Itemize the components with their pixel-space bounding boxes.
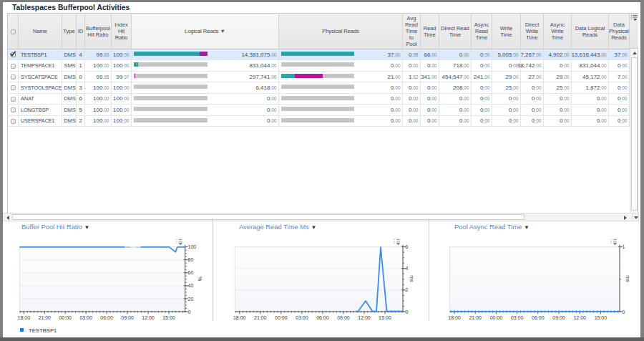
svg-text:20: 20 xyxy=(188,297,194,302)
svg-text:12:00: 12:00 xyxy=(358,315,371,320)
svg-text:21:00: 21:00 xyxy=(38,315,51,320)
svg-text:0: 0 xyxy=(188,309,191,314)
svg-text:ms: ms xyxy=(409,275,414,282)
svg-text:15:00: 15:00 xyxy=(595,315,608,320)
svg-text:06:00: 06:00 xyxy=(316,315,329,320)
svg-text:15:00: 15:00 xyxy=(162,315,175,320)
svg-text:100: 100 xyxy=(188,244,197,249)
svg-text:03:00: 03:00 xyxy=(511,315,524,320)
svg-text:6: 6 xyxy=(406,244,409,249)
svg-text:21:00: 21:00 xyxy=(469,315,482,320)
svg-text:03:00: 03:00 xyxy=(296,315,308,320)
svg-text:12:00: 12:00 xyxy=(142,315,155,320)
svg-text:09:00: 09:00 xyxy=(337,315,350,320)
svg-text:ms: ms xyxy=(625,275,630,282)
svg-text:03:00: 03:00 xyxy=(79,315,92,320)
svg-text:09:00: 09:00 xyxy=(552,315,565,320)
svg-text:4: 4 xyxy=(406,266,409,271)
svg-text:%: % xyxy=(197,277,203,281)
svg-text:18:00: 18:00 xyxy=(233,315,246,320)
svg-text:18:00: 18:00 xyxy=(448,315,461,320)
svg-text:00:00: 00:00 xyxy=(59,315,72,320)
svg-text:06:00: 06:00 xyxy=(100,315,113,320)
svg-text:18:00: 18:00 xyxy=(18,315,31,320)
svg-text:15:00: 15:00 xyxy=(379,315,391,320)
svg-text:1: 1 xyxy=(623,244,625,249)
svg-text:09:00: 09:00 xyxy=(121,315,134,320)
svg-text:60: 60 xyxy=(188,270,194,275)
svg-text:00:00: 00:00 xyxy=(275,315,288,320)
svg-text:2: 2 xyxy=(406,287,409,292)
svg-text:40: 40 xyxy=(188,283,194,288)
svg-text:0: 0 xyxy=(406,309,409,314)
svg-text:21:00: 21:00 xyxy=(254,315,267,320)
svg-text:12:00: 12:00 xyxy=(573,315,586,320)
svg-text:00:00: 00:00 xyxy=(490,315,503,320)
svg-text:80: 80 xyxy=(188,257,194,262)
svg-text:0: 0 xyxy=(623,309,625,314)
svg-text:06:00: 06:00 xyxy=(532,315,545,320)
